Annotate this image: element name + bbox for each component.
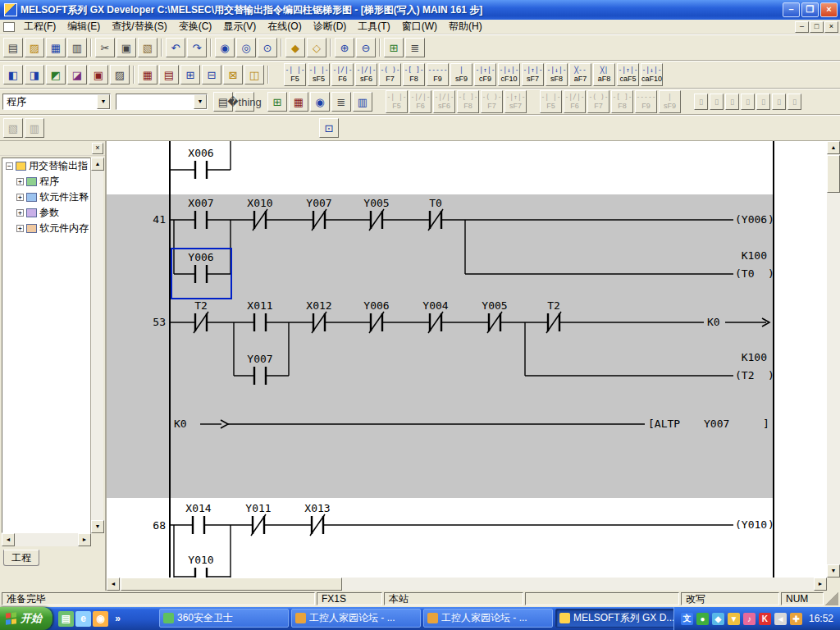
tb2-write-plc-button[interactable]: ▦ [138, 65, 158, 84]
tb1-paste-button[interactable]: ▧ [138, 38, 158, 57]
tb1-find-instruction-button[interactable]: ⊙ [258, 38, 277, 57]
ladder-key-F7-button[interactable]: -( )-F7 [379, 63, 401, 86]
scroll-right-icon[interactable]: ► [78, 533, 91, 546]
scroll-up-icon[interactable]: ▲ [827, 141, 840, 154]
tb2-monitor-button[interactable]: ⊞ [180, 65, 200, 84]
tb1-cut-button[interactable]: ✂ [95, 38, 115, 57]
tb1-redo-button[interactable]: ↷ [187, 38, 207, 57]
start-button[interactable]: 开始 [0, 607, 52, 630]
expand-icon[interactable]: + [16, 194, 24, 201]
tb1-bookmark-jump-button[interactable]: ◇ [307, 38, 326, 57]
tb1-new-button[interactable]: ▤ [3, 38, 23, 57]
vertical-scroll-thumb[interactable] [827, 155, 840, 193]
tb3-partial-run-button[interactable]: ▥ [353, 92, 372, 112]
tree-item-comment[interactable]: +软元件注释 [2, 189, 90, 205]
chevron-down-icon[interactable]: ▼ [97, 94, 110, 109]
scroll-left-icon[interactable]: ◄ [2, 533, 15, 546]
ladder-key-caF10-button[interactable]: -|↓|-caF10 [641, 63, 663, 86]
ladder-key-caF5-button[interactable]: -|↑|-caF5 [617, 63, 639, 86]
ladder-key-F9-button[interactable]: -----F9 [427, 63, 449, 86]
tb1-find-button[interactable]: ◉ [215, 38, 235, 57]
tb2-clear-memory-button[interactable]: ▨ [110, 65, 130, 84]
ladder-editor[interactable]: X00641X007X010Y007Y005T0(Y006)K100(T0)Y0… [107, 141, 840, 591]
ie-browser-icon[interactable]: e [75, 611, 91, 627]
tb1-zoom-out-button[interactable]: ⊖ [356, 38, 376, 57]
expand-icon[interactable]: + [16, 209, 24, 217]
tray-input-method-icon[interactable]: 文 [681, 613, 693, 625]
tb1-undo-button[interactable]: ↶ [166, 38, 185, 57]
tb3-step-run-button[interactable]: ≣ [331, 92, 351, 112]
media-player-icon[interactable]: ◉ [93, 611, 108, 627]
ladder-diagram[interactable]: X00641X007X010Y007Y005T0(Y006)K100(T0)Y0… [107, 141, 827, 578]
tree-close-icon[interactable]: × [92, 143, 103, 154]
ladder-key-F6-button[interactable]: -|/|-F6 [331, 63, 354, 86]
mdi-restore-button[interactable]: □ [810, 21, 824, 33]
scroll-up-icon[interactable]: ▲ [91, 158, 104, 171]
close-button[interactable]: × [820, 2, 838, 17]
restore-button[interactable]: ❐ [801, 2, 819, 17]
menu-item-显示[interactable]: 显示(V) [217, 19, 262, 34]
scroll-down-icon[interactable]: ▼ [91, 520, 104, 533]
tree-item-param[interactable]: +参数 [2, 205, 90, 221]
tray-messenger-icon[interactable]: ◆ [712, 613, 724, 625]
ladder-key-sF9-button[interactable]: | sF9 [450, 63, 472, 86]
mdi-minimize-button[interactable]: – [795, 21, 809, 33]
tray-shield-icon[interactable]: ✚ [790, 613, 802, 625]
ladder-key-cF10-button[interactable]: -|↓|-cF10 [498, 63, 520, 86]
ladder-key-sF5-button[interactable]: -| |-sF5 [308, 63, 330, 86]
tree-item-memory[interactable]: +软元件内存 [2, 221, 90, 236]
ladder-key-sF7-button[interactable]: -|↑|-sF7 [522, 63, 544, 86]
task-button-2[interactable]: 工控人家园论坛 - ... [291, 609, 421, 628]
ladder-key-F5-button[interactable]: -| |-F5 [284, 63, 306, 86]
tb1-bookmark-button[interactable]: ◆ [285, 38, 305, 57]
tb1-view-ladder-button[interactable]: ⊞ [384, 38, 404, 57]
expand-icon[interactable]: + [16, 225, 24, 232]
ladder-vertical-scrollbar[interactable]: ▲ ▼ [827, 141, 840, 578]
tree-vertical-scrollbar[interactable]: ▲ ▼ [90, 158, 103, 533]
ladder-key-cF9-button[interactable]: -|↑|-cF9 [474, 63, 496, 86]
tb1-open-button[interactable]: ▨ [25, 38, 44, 57]
tree-item-program[interactable]: +程序 [2, 174, 90, 189]
expand-icon[interactable]: + [16, 178, 24, 185]
tb3-ladder-monitor-button[interactable]: ▦ [289, 92, 308, 112]
task-button-3[interactable]: 工控人家园论坛 - ... [423, 609, 553, 628]
tray-antivirus-icon[interactable]: ● [696, 613, 709, 625]
menu-item-查找/替换[interactable]: 查找/替换(S) [106, 19, 172, 34]
ladder-key-aF7-button[interactable]: ╳--aF7 [569, 63, 591, 86]
menu-item-工具[interactable]: 工具(T) [352, 19, 395, 34]
tree-item-root[interactable]: −用交替输出指 [2, 158, 90, 174]
menu-item-在线[interactable]: 在线(O) [262, 19, 307, 34]
menu-item-工程[interactable]: 工程(F) [18, 19, 62, 34]
tb2-keyword-button[interactable]: ▣ [89, 65, 108, 84]
collapse-icon[interactable]: − [6, 162, 13, 170]
tb1-find-device-button[interactable]: ◎ [236, 38, 256, 57]
ladder-horizontal-scrollbar[interactable]: ◄ ► [107, 578, 827, 591]
tb2-copy-data-button[interactable]: ◨ [25, 65, 44, 84]
tb2-param-check-button[interactable]: ◩ [46, 65, 66, 84]
tray-security-k-icon[interactable]: K [759, 613, 771, 625]
horizontal-scroll-thumb[interactable] [121, 578, 342, 591]
tb2-monitor-stop-button[interactable]: ⊟ [202, 65, 221, 84]
tb1-print-button[interactable]: ▥ [67, 38, 87, 57]
ladder-key-aF8-button[interactable]: ╳|aF8 [593, 63, 615, 86]
menu-item-窗口[interactable]: 窗口(W) [396, 19, 443, 34]
ladder-key-sF6-button[interactable]: -|/|-sF6 [355, 63, 377, 86]
tray-download-icon[interactable]: ▼ [728, 613, 740, 625]
tb3-comment-edit-button[interactable]: ▤ [213, 92, 233, 112]
tray-volume-icon[interactable]: ◄ [774, 613, 787, 625]
scroll-right-icon[interactable]: ► [814, 578, 827, 591]
tb2-device-test-button[interactable]: ⊠ [223, 65, 243, 84]
tb4-comment-toggle-button[interactable]: ⊡ [319, 118, 339, 138]
tray-music-icon[interactable]: ♪ [743, 613, 756, 625]
tb2-read-plc-button[interactable]: ▤ [159, 65, 179, 84]
more-chevron-icon[interactable]: » [110, 611, 126, 627]
task-button-4[interactable]: MELSOFT系列 GX D... [555, 609, 685, 628]
mdi-close-button[interactable]: × [824, 21, 838, 33]
ladder-key-F8-button[interactable]: -[ ]-F8 [403, 63, 425, 86]
minimize-button[interactable]: – [783, 2, 800, 17]
tb3-ladder-edit-button[interactable]: ⊞ [267, 92, 287, 112]
tb3-error-check-button[interactable]: ◉ [310, 92, 330, 112]
menu-item-诊断[interactable]: 诊断(D) [308, 19, 353, 34]
menu-item-变换[interactable]: 变换(C) [173, 19, 218, 34]
scroll-left-icon[interactable]: ◄ [107, 578, 120, 591]
